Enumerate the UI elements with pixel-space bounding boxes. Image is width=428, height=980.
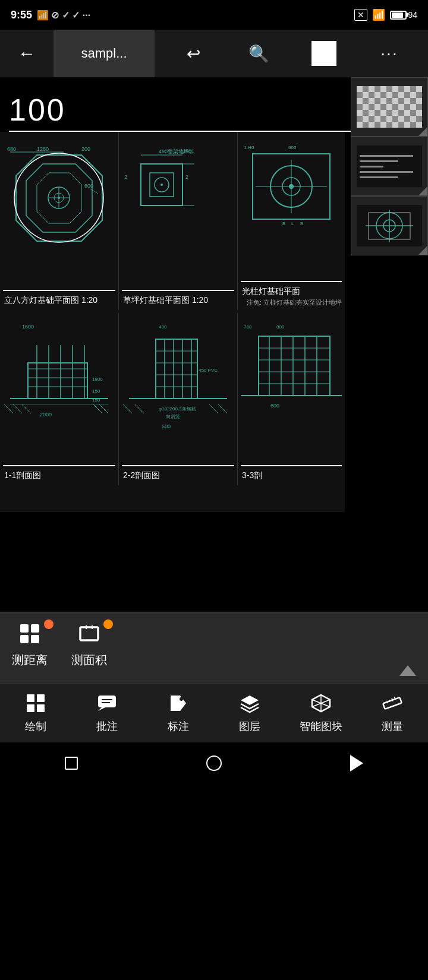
sys-square-button[interactable] [59, 751, 83, 775]
box3d-icon [311, 693, 331, 716]
nav-smartblock[interactable]: 智能图块 [288, 693, 354, 734]
drawing-viewport[interactable]: 100 [0, 77, 428, 540]
tool-badge-area [103, 619, 113, 629]
svg-text:800: 800 [276, 324, 285, 330]
drawings-row-1: 680 1280 200 [0, 132, 345, 310]
svg-text:φ102200.3条钢筋: φ102200.3条钢筋 [159, 406, 196, 412]
file-title[interactable]: sampl... [54, 30, 155, 77]
drawing-cell-3[interactable]: 1-H0 600 B L B [238, 132, 345, 310]
svg-rect-98 [20, 635, 29, 643]
svg-text:向后笼: 向后笼 [166, 414, 180, 419]
svg-rect-100 [80, 627, 98, 640]
bottom-nav: 绘制 批注 标注 [0, 683, 428, 742]
tool-badge-distance [44, 619, 54, 629]
svg-rect-110 [37, 704, 45, 712]
drawing-sublabel-3: 注免: 立柱灯基础夯实至设计地坪 [241, 298, 342, 307]
svg-rect-107 [27, 694, 34, 702]
svg-rect-99 [31, 635, 39, 643]
measure-area-tool[interactable]: 测面积 [71, 622, 107, 668]
svg-text:1280: 1280 [37, 146, 49, 152]
svg-text:760: 760 [244, 324, 252, 330]
measure-icon [382, 693, 402, 716]
svg-text:B: B [300, 221, 303, 226]
layers-icon [240, 693, 260, 716]
svg-text:600: 600 [288, 145, 297, 150]
cad-main-area[interactable]: 680 1280 200 [0, 132, 345, 512]
svg-text:450 PVC: 450 PVC [199, 368, 218, 373]
sys-circle-icon [206, 755, 222, 771]
status-time: 9:55 📶 ⊘ ✓ ✓ ··· [11, 9, 90, 21]
back-button[interactable]: ← [0, 30, 54, 77]
svg-line-123 [389, 700, 390, 701]
thumbnail-panel[interactable] [351, 77, 428, 255]
drawings-row-2: 1600 [0, 313, 345, 485]
svg-rect-108 [37, 694, 45, 702]
section-label-3: 3-3剖 [241, 468, 342, 482]
svg-rect-96 [20, 624, 29, 633]
svg-text:350: 350 [182, 148, 191, 154]
drawing-label-3: 光柱灯基础平面 [241, 284, 342, 298]
measure-area-icon [78, 622, 100, 647]
section-cell-3[interactable]: 760 800 [238, 313, 345, 485]
nav-measure[interactable]: 测量 [360, 693, 425, 734]
undo-button[interactable]: ↩ [177, 37, 210, 70]
svg-text:150: 150 [92, 388, 100, 394]
nav-annotate[interactable]: 批注 [74, 693, 140, 734]
svg-text:1-H0: 1-H0 [244, 145, 254, 150]
svg-text:400: 400 [159, 324, 167, 330]
section-label-2: 2-2剖面图 [122, 468, 234, 482]
svg-text:1800: 1800 [92, 377, 103, 382]
svg-line-122 [386, 701, 387, 703]
svg-text:1600: 1600 [22, 324, 34, 330]
wifi-icon: 📶 [372, 8, 385, 21]
sys-back-button[interactable] [345, 751, 369, 775]
theme-button[interactable] [308, 37, 341, 70]
status-bar: 9:55 📶 ⊘ ✓ ✓ ··· ✕ 📶 94 [0, 0, 428, 30]
draw-icon [26, 693, 46, 716]
tool-panel-inner: 测距离 测面积 [12, 622, 416, 668]
measure-distance-tool[interactable]: 测距离 [12, 622, 48, 668]
sys-home-button[interactable] [202, 751, 226, 775]
more-button[interactable]: ··· [373, 37, 406, 70]
sim-icon: ✕ [354, 9, 367, 21]
svg-marker-112 [98, 707, 105, 711]
svg-text:500: 500 [162, 423, 171, 429]
svg-text:680: 680 [7, 146, 16, 152]
panel-arrow[interactable] [399, 665, 416, 676]
nav-label[interactable]: 标注 [146, 693, 211, 734]
empty-area [0, 540, 428, 612]
svg-marker-116 [241, 696, 259, 705]
thumbnail-3[interactable] [351, 196, 428, 255]
svg-rect-111 [98, 696, 116, 707]
svg-point-26 [160, 184, 163, 186]
svg-line-19 [90, 189, 98, 194]
svg-text:150: 150 [92, 397, 100, 403]
status-right: ✕ 📶 94 [354, 8, 417, 21]
svg-text:L: L [291, 221, 294, 226]
svg-text:2000: 2000 [40, 412, 52, 418]
drawing-label-2: 草坪灯基础平面图 1:20 [122, 293, 234, 307]
measure-distance-icon [18, 622, 41, 647]
section-cell-2[interactable]: 400 [119, 313, 238, 485]
section-cell-1[interactable]: 1600 [0, 313, 119, 485]
svg-line-58 [4, 404, 13, 413]
toolbar-actions: ↩ 🔍 ··· [155, 30, 428, 77]
drawing-cell-1[interactable]: 680 1280 200 [0, 132, 119, 310]
tool-panel: 测距离 测面积 [0, 614, 428, 683]
nav-draw[interactable]: 绘制 [3, 693, 68, 734]
svg-line-59 [13, 404, 22, 413]
svg-line-75 [135, 404, 144, 413]
nav-layers[interactable]: 图层 [217, 693, 282, 734]
drawing-cell-2[interactable]: 490整架地坪以 350 2 2 [119, 132, 238, 310]
thumbnail-1[interactable] [351, 77, 428, 137]
system-nav [0, 742, 428, 784]
thumbnail-2[interactable] [351, 137, 428, 196]
svg-text:600: 600 [270, 403, 279, 409]
svg-line-76 [209, 404, 218, 413]
drawing-label-1: 立八方灯基础平面图 1:20 [3, 293, 115, 307]
svg-text:200: 200 [81, 146, 90, 152]
battery-container: 94 [390, 10, 417, 20]
search-button[interactable]: 🔍 [243, 37, 275, 70]
svg-rect-109 [27, 704, 34, 712]
sys-square-icon [65, 757, 78, 770]
